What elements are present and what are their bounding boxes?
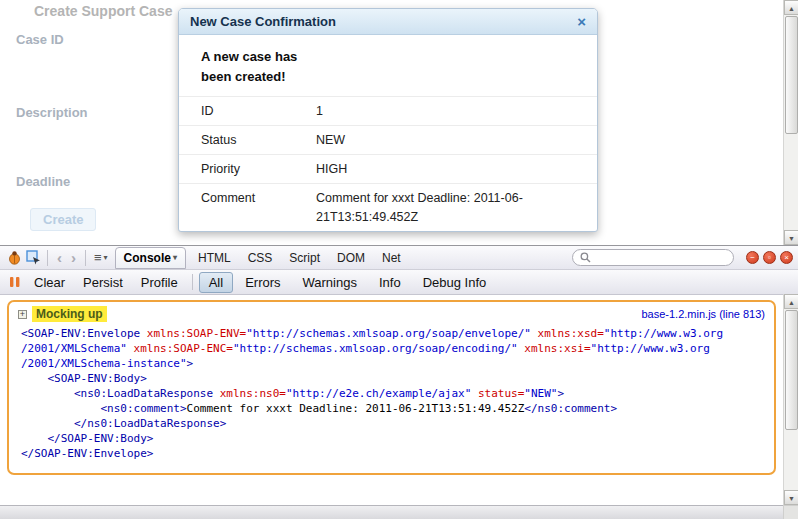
- filter-info[interactable]: Info: [369, 272, 411, 293]
- field-label-deadline: Deadline: [16, 174, 70, 189]
- row-value-id: 1: [316, 102, 579, 120]
- tab-html[interactable]: HTML: [190, 248, 239, 268]
- close-icon[interactable]: ×: [577, 14, 586, 29]
- filter-warnings[interactable]: Warnings: [293, 272, 367, 293]
- scroll-down-icon[interactable]: ▼: [784, 490, 798, 505]
- status-bar: [0, 505, 798, 519]
- table-row: Priority HIGH: [179, 154, 597, 183]
- row-label-status: Status: [201, 131, 316, 149]
- chevron-down-icon: ▾: [104, 253, 108, 262]
- firebug-panel: ‹ › ≡ ▾ Console ▾ HTML CSS Script DOM Ne…: [0, 245, 798, 519]
- log-entry: + Mocking up base-1.2.min.js (line 813) …: [7, 300, 776, 475]
- divider: [192, 274, 193, 290]
- firebug-icon[interactable]: [5, 249, 23, 267]
- console-xml: <SOAP-ENV:Envelope xmlns:SOAP-ENV="http:…: [18, 326, 765, 461]
- row-label-priority: Priority: [201, 160, 316, 178]
- tab-console[interactable]: Console ▾: [115, 247, 186, 269]
- xml-line: /2001/XMLSchema-instance">: [21, 356, 765, 371]
- back-icon[interactable]: ‹: [53, 249, 66, 266]
- tab-console-label: Console: [124, 251, 171, 265]
- xml-line: <SOAP-ENV:Envelope xmlns:SOAP-ENV="http:…: [21, 326, 765, 341]
- page-title: Create Support Case: [34, 3, 172, 19]
- dialog-title: New Case Confirmation: [190, 14, 336, 29]
- minimize-button[interactable]: −: [746, 251, 759, 264]
- row-label-comment: Comment: [201, 189, 316, 225]
- filter-errors[interactable]: Errors: [235, 272, 290, 293]
- firebug-main-toolbar: ‹ › ≡ ▾ Console ▾ HTML CSS Script DOM Ne…: [0, 246, 798, 270]
- chevron-down-icon: ▾: [173, 253, 177, 262]
- log-message-label: Mocking up: [32, 306, 107, 322]
- divider: [47, 250, 48, 266]
- field-label-description: Description: [16, 105, 88, 120]
- forward-icon[interactable]: ›: [67, 249, 80, 266]
- xml-line: <SOAP-ENV:Body>: [21, 371, 765, 386]
- new-case-confirmation-dialog: New Case Confirmation × A new case has b…: [178, 8, 598, 232]
- inspect-icon[interactable]: [24, 249, 42, 267]
- search-input[interactable]: [595, 252, 726, 264]
- tab-script[interactable]: Script: [281, 248, 328, 268]
- console-scrollbar[interactable]: ▲ ▼: [783, 294, 798, 505]
- row-label-id: ID: [201, 102, 316, 120]
- dialog-header: New Case Confirmation ×: [179, 9, 597, 35]
- table-row: Comment Comment for xxxt Deadline: 2011-…: [179, 183, 597, 230]
- divider: [85, 250, 86, 266]
- xml-line: /2001/XMLSchema" xmlns:SOAP-ENC="http://…: [21, 341, 765, 356]
- table-row: Status NEW: [179, 125, 597, 154]
- scrollbar-thumb[interactable]: [785, 310, 798, 430]
- options-menu-icon[interactable]: ≡ ▾: [91, 251, 111, 264]
- detach-window-button[interactable]: ▫: [763, 251, 776, 264]
- search-icon: [580, 252, 591, 263]
- expand-toggle-icon[interactable]: +: [18, 310, 27, 319]
- scrollbar-corner: [783, 505, 798, 519]
- screen: Create Support Case Case ID Description …: [0, 0, 798, 519]
- xml-line: <ns0:LoadDataResponse xmlns:ns0="http://…: [21, 386, 765, 401]
- row-value-status: NEW: [316, 131, 579, 149]
- break-on-all-errors-icon[interactable]: [6, 273, 24, 291]
- filter-all[interactable]: All: [199, 272, 233, 293]
- xml-line: </ns0:LoadDataResponse>: [21, 416, 765, 431]
- close-button[interactable]: ×: [780, 251, 793, 264]
- xml-line: <ns0:comment>Comment for xxxt Deadline: …: [21, 401, 765, 416]
- filter-debug-info[interactable]: Debug Info: [413, 272, 497, 293]
- xml-line: </SOAP-ENV:Envelope>: [21, 446, 765, 461]
- console-toolbar: Clear Persist Profile All Errors Warning…: [0, 270, 798, 295]
- tab-net[interactable]: Net: [374, 248, 409, 268]
- list-icon: ≡: [94, 251, 102, 264]
- row-value-comment: Comment for xxxt Deadline: 2011-06-21T13…: [316, 189, 579, 225]
- source-link[interactable]: base-1.2.min.js (line 813): [641, 308, 765, 320]
- persist-button[interactable]: Persist: [75, 272, 131, 293]
- create-button[interactable]: Create: [30, 208, 96, 231]
- tab-dom[interactable]: DOM: [329, 248, 373, 268]
- xml-line: </SOAP-ENV:Body>: [21, 431, 765, 446]
- console-log-area: + Mocking up base-1.2.min.js (line 813) …: [0, 295, 783, 506]
- confirmation-message: A new case has been created!: [201, 47, 329, 86]
- scrollbar-thumb[interactable]: [785, 16, 798, 134]
- scroll-up-icon[interactable]: ▲: [784, 294, 798, 309]
- profile-button[interactable]: Profile: [133, 272, 186, 293]
- log-entry-header: + Mocking up base-1.2.min.js (line 813): [18, 306, 765, 322]
- scroll-up-icon[interactable]: ▲: [784, 0, 798, 15]
- field-label-case-id: Case ID: [16, 32, 64, 47]
- search-box[interactable]: [572, 249, 734, 266]
- scroll-down-icon[interactable]: ▼: [784, 230, 798, 245]
- page-scrollbar[interactable]: ▲ ▼: [783, 0, 798, 245]
- table-row: ID 1: [179, 96, 597, 125]
- row-value-priority: HIGH: [316, 160, 579, 178]
- tab-css[interactable]: CSS: [240, 248, 281, 268]
- dialog-body: A new case has been created! ID 1 Status…: [179, 35, 597, 231]
- clear-button[interactable]: Clear: [26, 272, 73, 293]
